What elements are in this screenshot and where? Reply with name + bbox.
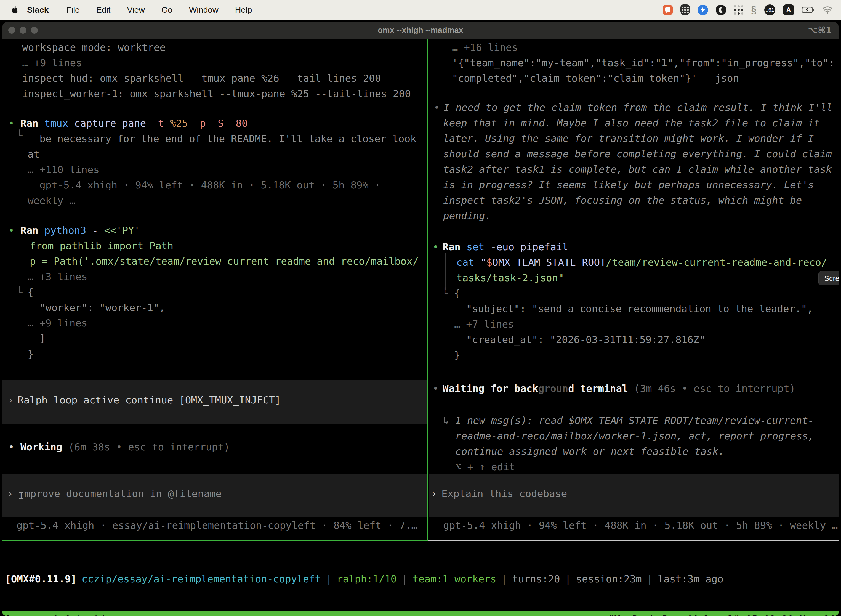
ran-cat-block: •Ran set -euo pipefail cat "$OMX_TEAM_ST… <box>429 239 839 363</box>
collapsed-lines-indicator[interactable]: … +110 lines <box>2 162 426 177</box>
ralph-loop-banner: ›Ralph loop active continue [OMX_TMUX_IN… <box>2 380 426 424</box>
output-corner-glyph: └ <box>16 285 23 300</box>
menu-file[interactable]: File <box>58 5 88 15</box>
command-output-line: be necessary for the end of the README. … <box>2 131 426 147</box>
prompt-placeholder: mprove documentation in @filename <box>24 488 221 499</box>
indent-guide <box>445 252 445 289</box>
command-flags: -p -S -80 <box>188 117 248 129</box>
reasoning-line: inspect task2's JSON, focusing on the st… <box>429 193 839 208</box>
indent-guide <box>20 236 20 287</box>
prompt-line[interactable]: ›Improve documentation in @filename <box>2 474 426 502</box>
count-badge-icon[interactable]: ..61 <box>764 4 775 15</box>
separator: | <box>565 573 571 585</box>
ran-command-line: •Ran set -euo pipefail <box>429 239 839 255</box>
command-name: tmux <box>44 117 69 129</box>
right-pane-bottom-border <box>428 540 839 541</box>
code-line: cat "$OMX_TEAM_STATE_ROOT/team/review-cu… <box>429 255 839 270</box>
usage-summary-line: weekly … <box>2 193 426 208</box>
code-line: p = Path('.omx/state/team/review-current… <box>2 254 426 269</box>
code-line: tasks/task-2.json" <box>429 270 839 286</box>
right-intro-block: … +16 lines '{"team_name":"my-team","tas… <box>429 40 839 86</box>
terminal-line: workspace_mode: worktree <box>2 40 426 55</box>
left-prompt-input[interactable]: ›Improve documentation in @filename <box>2 474 426 517</box>
blue-bolt-icon[interactable] <box>697 5 708 15</box>
command-arg: capture-pane <box>68 117 152 129</box>
separator: | <box>326 573 332 585</box>
dots-grid-icon[interactable] <box>734 5 743 15</box>
command-output-line: { <box>2 285 426 300</box>
separator: | <box>501 573 507 585</box>
mailbox-notice-block: ↳ 1 new msg(s): read $OMX_TEAM_STATE_ROO… <box>429 413 839 475</box>
menu-help[interactable]: Help <box>227 5 261 15</box>
spinner-bullet-icon: • <box>8 439 21 455</box>
command-args: -euo pipefail <box>485 241 568 252</box>
shield-grid-icon[interactable] <box>680 4 690 15</box>
command-output-line: { <box>429 286 839 301</box>
collapsed-lines-indicator[interactable]: … +3 lines <box>2 269 426 285</box>
apple-menu-icon[interactable] <box>10 5 19 15</box>
reasoning-line: keep that in mind. Maybe I also need the… <box>429 115 839 131</box>
notice-line: ↳ 1 new msg(s): read $OMX_TEAM_STATE_ROO… <box>429 413 839 428</box>
text-cursor: I <box>18 490 24 502</box>
ran-command-line: •Ran python3 - <<'PY' <box>2 223 426 238</box>
right-prompt-input[interactable]: ›Explain this codebase <box>429 474 839 517</box>
menu-go[interactable]: Go <box>153 5 181 15</box>
menu-app-name[interactable]: Slack <box>19 5 58 15</box>
crescent-icon[interactable] <box>716 5 726 15</box>
chevron-icon: › <box>8 392 18 408</box>
notice-line: continue assigned work or next feasible … <box>429 444 839 459</box>
menu-view[interactable]: View <box>119 5 153 15</box>
battery-icon[interactable] <box>802 7 815 13</box>
collapsed-lines-indicator[interactable]: … +9 lines <box>2 315 426 331</box>
edit-shortcut-hint: ⌥ + ↑ edit <box>429 459 839 475</box>
terminal-window: omx --xhigh --madmax ⌥⌘1 workspace_mode:… <box>2 22 839 616</box>
command-output-line: "created_at": "2026-03-31T11:59:27.816Z" <box>429 332 839 348</box>
screen-recording-icon[interactable] <box>663 5 673 15</box>
ralph-loop-text: Ralph loop active continue [OMX_TMUX_INJ… <box>18 395 281 406</box>
command-output-line: "subject": "send a concise recommendatio… <box>429 301 839 317</box>
spinner-bullet-icon: • <box>432 381 442 396</box>
bullet-icon: • <box>433 100 444 115</box>
collapsed-lines-indicator[interactable]: … +7 lines <box>429 317 839 332</box>
squiggle-icon[interactable]: § <box>751 4 757 16</box>
omx-session-time: session:23m <box>576 573 642 585</box>
menu-window[interactable]: Window <box>181 5 227 15</box>
bullet-icon: • <box>8 223 21 238</box>
left-intro-block: workspace_mode: worktree … +9 lines insp… <box>2 40 426 101</box>
omx-ralph-counter: ralph:1/10 <box>337 573 397 585</box>
usage-summary-line: gpt-5.4 xhigh · 94% left · 488K in · 5.1… <box>2 177 426 193</box>
pane-divider[interactable] <box>426 39 428 541</box>
window-titlebar[interactable]: omx --xhigh --madmax ⌥⌘1 <box>2 22 839 39</box>
menu-edit[interactable]: Edit <box>88 5 119 15</box>
terminal-line: '{"team_name":"my-team","task_id":"1","f… <box>429 55 839 70</box>
terminal-content: workspace_mode: worktree … +9 lines insp… <box>2 39 839 616</box>
reasoning-line: pending. <box>429 208 839 224</box>
right-agent-pane[interactable]: … +16 lines '{"team_name":"my-team","tas… <box>429 39 839 540</box>
wifi-icon[interactable] <box>822 6 833 14</box>
left-agent-pane[interactable]: workspace_mode: worktree … +9 lines insp… <box>2 39 426 540</box>
tmux-session-window[interactable]: [omx-cczip0:bash* <box>2 611 107 616</box>
ran-label: Ran <box>442 241 460 252</box>
prompt-line[interactable]: ›Explain this codebase <box>429 474 839 502</box>
left-pane-bottom-border <box>2 540 428 541</box>
command-output-line: "worker": "worker-1", <box>2 300 426 315</box>
waiting-status-line: •Waiting for background terminal (3m 46s… <box>429 381 839 396</box>
terminal-line: inspect_hud: omx sparkshell --tmux-pane … <box>2 70 426 86</box>
collapsed-lines-indicator[interactable]: … +16 lines <box>429 40 839 55</box>
heredoc-marker: <<'PY' <box>104 224 140 236</box>
tmux-host-clock: "MacBook-Pro-44.local" 05:03 31-Mar-26 <box>608 611 839 616</box>
right-model-status-line: gpt-5.4 xhigh · 94% left · 488K in · 5.1… <box>429 518 839 533</box>
window-title: omx --xhigh --madmax <box>2 26 839 35</box>
waiting-status-block: •Waiting for background terminal (3m 46s… <box>429 381 839 396</box>
command-flag: -t <box>152 117 170 129</box>
prompt-chevron-icon: › <box>431 486 441 502</box>
reasoning-line: is in progress? It seems likely but perh… <box>429 177 839 193</box>
bullet-icon: • <box>432 239 442 255</box>
input-source-icon[interactable]: A <box>783 4 794 15</box>
working-status-block: •Working (6m 38s • esc to interrupt) <box>2 439 426 455</box>
omx-status-bar: [OMX#0.11.9]cczip/essay/ai-reimplementat… <box>5 571 839 587</box>
collapsed-lines-indicator[interactable]: … +9 lines <box>2 55 426 70</box>
omx-project-path: cczip/essay/ai-reimplementation-copyleft <box>82 573 321 585</box>
prompt-placeholder: Explain this codebase <box>441 488 567 499</box>
macos-menu-bar: Slack File Edit View Go Window Help § ..… <box>0 0 841 20</box>
